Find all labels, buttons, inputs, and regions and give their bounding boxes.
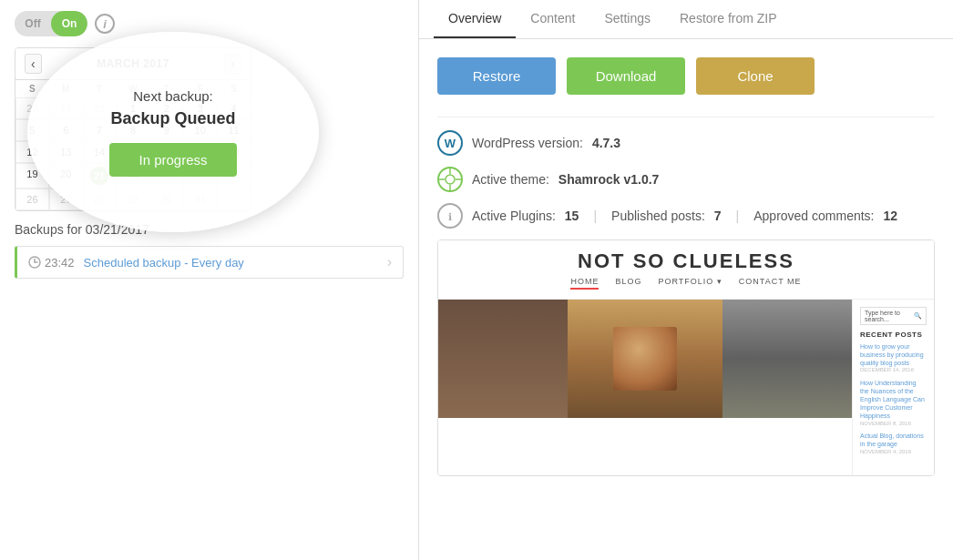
posts-value: 7: [714, 209, 722, 223]
svg-point-6: [446, 175, 455, 184]
preview-search-icon: 🔍: [914, 312, 922, 320]
preview-body: Type here to search... 🔍 RECENT POSTS Ho…: [438, 300, 934, 475]
wordpress-icon: W: [437, 130, 463, 156]
right-panel: Overview Content Settings Restore from Z…: [419, 0, 953, 560]
theme-value: Shamrock v1.0.7: [558, 172, 660, 187]
photo-center: [568, 300, 722, 418]
preview-nav: HOME BLOG PORTFOLIO ▾ CONTACT ME: [453, 277, 919, 290]
backup-name[interactable]: Scheduled backup - Every day: [84, 256, 244, 270]
tab-settings[interactable]: Settings: [589, 0, 665, 38]
restore-button[interactable]: Restore: [437, 57, 556, 95]
site-preview: NOT SO CLUELESS HOME BLOG PORTFOLIO ▾ CO…: [437, 239, 935, 476]
preview-search-box: Type here to search... 🔍: [860, 307, 927, 325]
theme-row: Active theme: Shamrock v1.0.7: [437, 167, 935, 192]
plugins-icon: ℹ: [437, 203, 463, 229]
preview-site-title: NOT SO CLUELESS: [453, 249, 919, 273]
action-buttons: Restore Download Clone: [437, 57, 935, 95]
svg-text:W: W: [445, 137, 456, 150]
theme-icon: [437, 167, 463, 192]
info-icon[interactable]: i: [95, 14, 115, 34]
theme-label: Active theme:: [472, 172, 549, 187]
tab-restore-zip[interactable]: Restore from ZIP: [665, 0, 792, 38]
tab-content[interactable]: Content: [516, 0, 589, 38]
preview-recent-title: RECENT POSTS: [860, 331, 927, 339]
preview-sidebar: Type here to search... 🔍 RECENT POSTS Ho…: [852, 300, 934, 475]
photo-right: [722, 300, 852, 418]
preview-search-text: Type here to search...: [865, 310, 912, 322]
next-backup-label: Next backup:: [133, 88, 213, 104]
sep1: |: [593, 209, 597, 223]
photo-faces: [613, 327, 677, 391]
content-area: Restore Download Clone W WordPress versi…: [419, 39, 953, 560]
progress-circle: Next backup: Backup Queued In progress: [27, 32, 319, 232]
download-button[interactable]: Download: [567, 57, 685, 95]
preview-main: [438, 300, 852, 475]
wp-version-value: 4.7.3: [592, 136, 620, 150]
left-panel: Off On i ‹ MARCH 2017 › S M T W T F S 26…: [0, 0, 419, 560]
svg-text:ℹ: ℹ: [448, 211, 452, 222]
preview-nav-home: HOME: [570, 277, 599, 290]
preview-photo: [438, 300, 852, 418]
backup-arrow-icon: ›: [387, 254, 392, 270]
backup-list-item[interactable]: 23:42 Scheduled backup - Every day ›: [15, 246, 404, 279]
divider: [437, 117, 935, 117]
preview-nav-blog: BLOG: [615, 277, 641, 290]
photo-left: [438, 300, 568, 418]
plugins-value: 15: [565, 209, 579, 223]
preview-inner: NOT SO CLUELESS HOME BLOG PORTFOLIO ▾ CO…: [438, 240, 934, 475]
clone-button[interactable]: Clone: [696, 57, 815, 95]
posts-label: Published posts:: [611, 209, 705, 223]
preview-nav-portfolio: PORTFOLIO ▾: [659, 277, 722, 290]
in-progress-button[interactable]: In progress: [109, 143, 236, 177]
tabs-bar: Overview Content Settings Restore from Z…: [419, 0, 953, 39]
plugins-row: ℹ Active Plugins: 15 | Published posts: …: [437, 203, 935, 229]
preview-header: NOT SO CLUELESS HOME BLOG PORTFOLIO ▾ CO…: [438, 240, 934, 300]
backup-progress-overlay: Next backup: Backup Queued In progress: [27, 32, 319, 232]
backup-time: 23:42: [28, 256, 75, 270]
preview-post-3: Actual Blog, donations in the garage NOV…: [860, 432, 927, 455]
tab-overview[interactable]: Overview: [434, 0, 516, 38]
backup-status: Backup Queued: [110, 109, 235, 128]
sep2: |: [736, 209, 740, 223]
comments-value: 12: [884, 209, 898, 223]
wp-version-label: WordPress version:: [472, 136, 583, 150]
preview-post-2: How Understanding the Nuances of the Eng…: [860, 379, 927, 427]
preview-post-1: How to grow your business by producing q…: [860, 342, 927, 374]
clock-icon: [28, 256, 41, 269]
preview-nav-contact: CONTACT ME: [739, 277, 802, 290]
plugins-label: Active Plugins:: [472, 209, 556, 223]
comments-label: Approved comments:: [753, 209, 874, 223]
wp-version-row: W WordPress version: 4.7.3: [437, 130, 935, 156]
